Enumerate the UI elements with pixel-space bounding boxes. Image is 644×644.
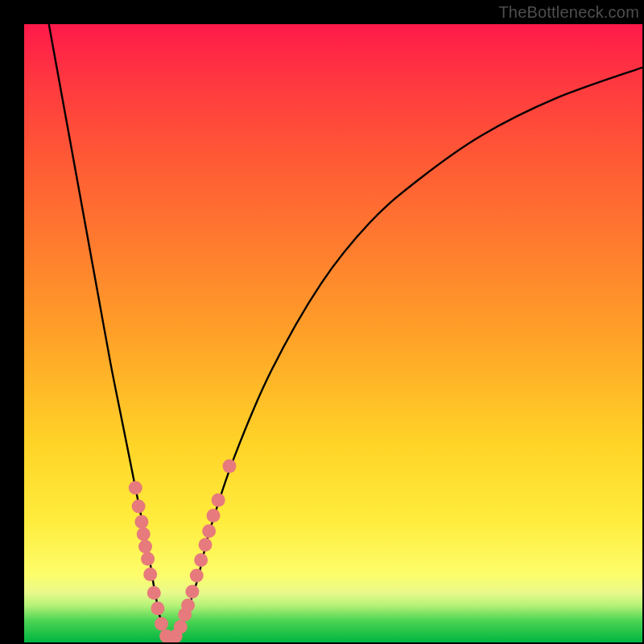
curve-marker [181, 598, 195, 612]
curve-marker [132, 500, 146, 514]
curve-marker [194, 553, 208, 567]
curve-marker [141, 552, 155, 566]
curve-marker [143, 568, 157, 581]
curve-marker [199, 538, 213, 551]
curve-marker [202, 524, 216, 538]
curve-marker [190, 569, 204, 583]
watermark-label: TheBottleneck.com [498, 3, 639, 22]
bottleneck-curve [49, 24, 642, 642]
curve-marker [155, 617, 168, 630]
curve-marker [212, 493, 225, 507]
curve-marker [147, 586, 161, 600]
curve-marker [207, 509, 221, 522]
curve-markers [129, 460, 237, 642]
curve-marker [174, 620, 188, 634]
curve-marker [222, 460, 236, 473]
curve-marker [134, 515, 148, 529]
curve-marker [137, 527, 151, 541]
curve-marker [151, 601, 164, 615]
chart-svg [24, 24, 642, 642]
plot-area [24, 24, 642, 642]
curve-marker [138, 539, 152, 553]
curve-marker [185, 585, 199, 599]
chart-frame: TheBottleneck.com [0, 0, 644, 644]
curve-marker [129, 481, 142, 495]
